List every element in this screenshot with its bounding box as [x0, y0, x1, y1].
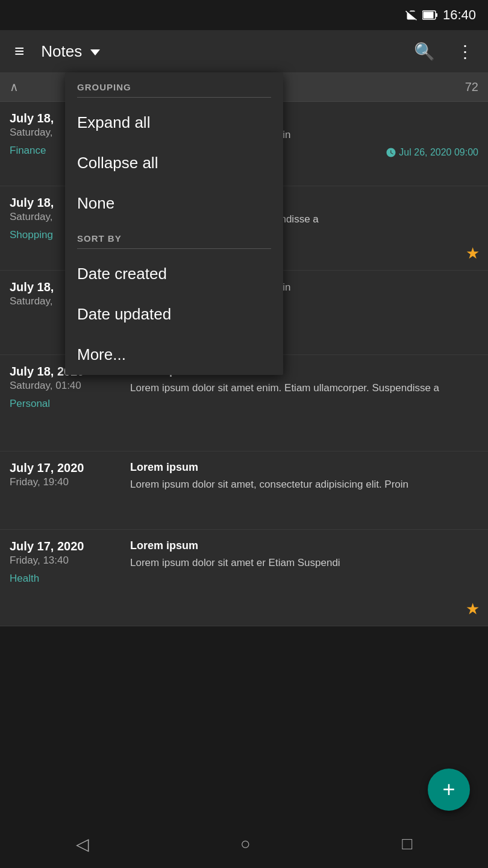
note-tag-6: Health	[10, 573, 123, 585]
collapse-all-item[interactable]: Collapse all	[65, 143, 283, 183]
more-options-icon[interactable]: ⋮	[452, 37, 478, 66]
home-icon[interactable]: ○	[240, 834, 251, 854]
note-date-main-5: July 17, 2020	[10, 461, 123, 475]
date-created-item[interactable]: Date created	[65, 254, 283, 294]
note-body-6: Lorem ipsum dolor sit amet er Etiam Susp…	[130, 556, 478, 570]
note-date-left-5: July 17, 2020 Friday, 19:40	[10, 461, 130, 520]
sort-by-divider	[77, 248, 271, 249]
note-body-5: Lorem ipsum dolor sit amet, consectetur …	[130, 477, 478, 492]
sort-by-label: SORT BY	[65, 224, 283, 248]
status-time: 16:40	[443, 7, 476, 23]
more-item[interactable]: More...	[65, 335, 283, 375]
note-date-sub-6: Friday, 13:40	[10, 555, 123, 567]
reminder-text-1: Jul 26, 2020 09:00	[399, 147, 478, 158]
date-updated-item[interactable]: Date updated	[65, 294, 283, 335]
collapse-icon[interactable]: ∧	[10, 80, 19, 94]
grouping-dropdown: GROUPING Expand all Collapse all None SO…	[65, 72, 283, 375]
note-date-main-6: July 17, 2020	[10, 539, 123, 553]
note-date-left-4: July 18, 2020 Saturday, 01:40 Personal	[10, 365, 130, 441]
svg-rect-1	[423, 12, 433, 19]
battery-icon	[422, 10, 438, 20]
note-body-4: Lorem ipsum dolor sit amet enim. Etiam u…	[130, 381, 478, 395]
note-tag-4: Personal	[10, 398, 123, 410]
note-date-sub-4: Saturday, 01:40	[10, 380, 123, 392]
expand-all-item[interactable]: Expand all	[65, 102, 283, 143]
note-star-6: ★	[466, 600, 480, 618]
note-card-6[interactable]: July 17, 2020 Friday, 13:40 Health Lorem…	[0, 530, 488, 626]
note-title-6: Lorem ipsum	[130, 539, 478, 552]
no-sim-icon	[405, 9, 418, 21]
search-icon[interactable]: 🔍	[409, 37, 440, 66]
note-title-5: Lorem ipsum	[130, 461, 478, 474]
add-note-fab[interactable]: +	[428, 769, 470, 811]
title-dropdown-arrow	[90, 49, 100, 55]
app-title: Notes	[41, 42, 397, 61]
back-icon[interactable]: ◁	[76, 834, 89, 854]
grouping-divider	[77, 97, 271, 98]
note-date-left-6: July 17, 2020 Friday, 13:40 Health	[10, 539, 130, 616]
status-icons: 16:40	[405, 7, 476, 23]
svg-rect-2	[436, 13, 437, 17]
status-bar: 16:40	[0, 0, 488, 30]
note-content-4: Lorem ipsum Lorem ipsum dolor sit amet e…	[130, 365, 478, 441]
group-count: 72	[465, 80, 478, 94]
note-date-sub-5: Friday, 19:40	[10, 476, 123, 488]
grouping-label: GROUPING	[65, 72, 283, 97]
note-content-5: Lorem ipsum Lorem ipsum dolor sit amet, …	[130, 461, 478, 520]
none-item[interactable]: None	[65, 183, 283, 224]
toolbar: ≡ Notes 🔍 ⋮	[0, 30, 488, 72]
nav-bar: ◁ ○ □	[0, 820, 488, 868]
menu-icon[interactable]: ≡	[10, 37, 29, 66]
note-content-6: Lorem ipsum Lorem ipsum dolor sit amet e…	[130, 539, 478, 616]
recent-icon[interactable]: □	[402, 834, 412, 854]
note-card-5[interactable]: July 17, 2020 Friday, 19:40 Lorem ipsum …	[0, 451, 488, 530]
note-star-2: ★	[466, 244, 480, 263]
